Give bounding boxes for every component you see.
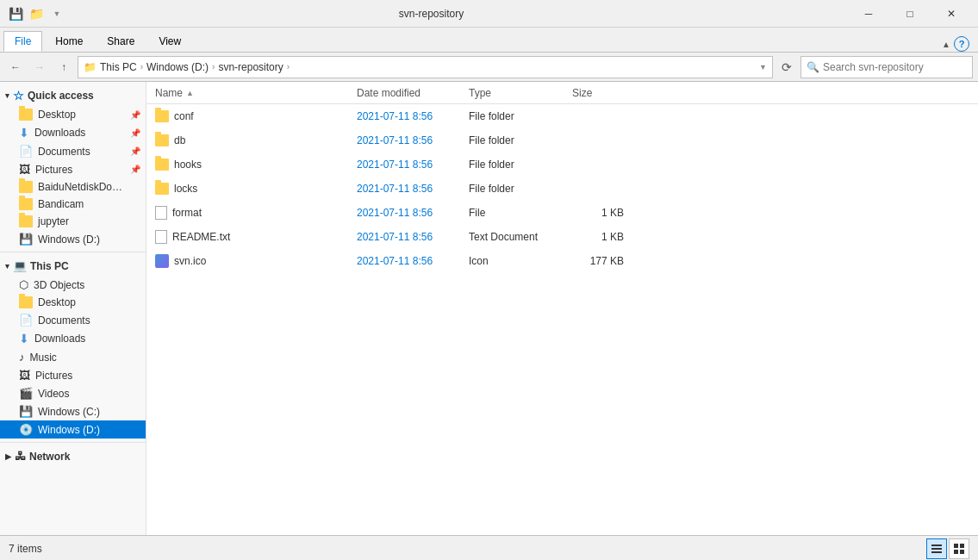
sidebar-label-jupyter: jupyter bbox=[38, 215, 69, 227]
file-type-readme: Text Document bbox=[469, 231, 572, 243]
file-name-readme: README.txt bbox=[150, 230, 357, 244]
sidebar-item-desktop-pc[interactable]: Desktop bbox=[0, 294, 146, 311]
file-row[interactable]: conf 2021-07-11 8:56 File folder bbox=[146, 104, 978, 128]
breadcrumb-sep-2: › bbox=[212, 62, 215, 72]
view-details-button[interactable] bbox=[926, 538, 947, 559]
network-header[interactable]: ▶ 🖧 Network bbox=[0, 446, 146, 466]
network-label: Network bbox=[29, 451, 70, 463]
maximize-button[interactable]: □ bbox=[890, 0, 930, 28]
file-list: conf 2021-07-11 8:56 File folder db 2021… bbox=[146, 104, 978, 535]
refresh-button[interactable]: ⟳ bbox=[776, 57, 797, 78]
sidebar-item-baidu[interactable]: BaiduNetdiskDownl... bbox=[0, 178, 146, 196]
network-icon: 🖧 bbox=[15, 450, 26, 463]
search-box[interactable]: 🔍 bbox=[800, 56, 973, 78]
file-name-locks: locks bbox=[150, 183, 357, 195]
ribbon-tab-bar: File Home Share View ▲ ? bbox=[0, 28, 978, 52]
3dobjects-icon: ⬡ bbox=[19, 278, 28, 291]
file-name-hooks: hooks bbox=[150, 159, 357, 171]
file-row[interactable]: svn.ico 2021-07-11 8:56 Icon 177 KB bbox=[146, 249, 978, 273]
drive-icon-windows-d-qa: 💾 bbox=[19, 233, 33, 246]
sidebar-item-pictures-qa[interactable]: 🖼 Pictures 📌 bbox=[0, 160, 146, 178]
sidebar-item-windows-d[interactable]: 💿 Windows (D:) bbox=[0, 420, 146, 439]
tab-file[interactable]: File bbox=[3, 31, 42, 52]
sidebar-item-documents-qa[interactable]: 📄 Documents 📌 bbox=[0, 142, 146, 160]
sidebar-item-jupyter[interactable]: jupyter bbox=[0, 213, 146, 230]
forward-button[interactable]: → bbox=[29, 57, 50, 78]
tab-home[interactable]: Home bbox=[44, 31, 94, 52]
search-icon: 🔍 bbox=[807, 61, 819, 73]
tab-share[interactable]: Share bbox=[96, 31, 146, 52]
file-date-locks: 2021-07-11 8:56 bbox=[357, 183, 469, 195]
sidebar-label-pictures-qa: Pictures bbox=[35, 164, 72, 176]
pictures-icon-pc: 🖼 bbox=[19, 369, 30, 382]
tab-view[interactable]: View bbox=[147, 31, 192, 52]
col-header-type[interactable]: Type bbox=[469, 87, 572, 99]
search-input[interactable] bbox=[823, 61, 967, 73]
sidebar-divider-2 bbox=[0, 442, 146, 443]
col-header-size[interactable]: Size bbox=[572, 87, 641, 99]
breadcrumb-sep-1: › bbox=[140, 62, 143, 72]
svg-rect-0 bbox=[931, 544, 942, 546]
breadcrumb-thispc[interactable]: This PC bbox=[100, 61, 137, 73]
ribbon-collapse-icon[interactable]: ▲ bbox=[942, 40, 950, 49]
sidebar-item-desktop-qa[interactable]: Desktop 📌 bbox=[0, 106, 146, 123]
sidebar-label-downloads-pc: Downloads bbox=[34, 333, 85, 345]
up-button[interactable]: ↑ bbox=[53, 57, 74, 78]
col-header-date[interactable]: Date modified bbox=[357, 87, 469, 99]
file-label-readme: README.txt bbox=[172, 231, 230, 243]
sidebar-item-documents-pc[interactable]: 📄 Documents bbox=[0, 311, 146, 329]
quick-access-header[interactable]: ▾ ☆ Quick access bbox=[0, 85, 146, 106]
close-button[interactable]: ✕ bbox=[931, 0, 971, 28]
file-row[interactable]: format 2021-07-11 8:56 File 1 KB bbox=[146, 201, 978, 225]
sidebar-label-bandicam: Bandicam bbox=[38, 198, 84, 210]
ribbon: File Home Share View ▲ ? bbox=[0, 28, 978, 53]
sidebar-item-pictures-pc[interactable]: 🖼 Pictures bbox=[0, 366, 146, 384]
sidebar-label-documents-qa: Documents bbox=[38, 146, 90, 158]
folder-icon-db bbox=[155, 134, 169, 146]
file-size-svnico: 177 KB bbox=[572, 255, 641, 267]
sidebar-label-windows-d-qa: Windows (D:) bbox=[38, 233, 100, 246]
help-icon[interactable]: ? bbox=[954, 36, 969, 52]
col-header-name[interactable]: Name ▲ bbox=[150, 87, 357, 99]
thispc-icon: 💻 bbox=[13, 259, 27, 272]
sidebar-item-3dobjects[interactable]: ⬡ 3D Objects bbox=[0, 276, 146, 294]
file-size-format: 1 KB bbox=[572, 207, 641, 219]
view-tiles-button[interactable] bbox=[949, 538, 969, 559]
sidebar-label-desktop-pc: Desktop bbox=[38, 296, 76, 308]
breadcrumb-svn-repo[interactable]: svn-repository bbox=[218, 61, 283, 73]
folder-icon-baidu bbox=[19, 181, 33, 193]
back-button[interactable]: ← bbox=[5, 57, 26, 78]
addressbar: ← → ↑ 📁 This PC › Windows (D:) › svn-rep… bbox=[0, 53, 978, 82]
file-row[interactable]: README.txt 2021-07-11 8:56 Text Document… bbox=[146, 225, 978, 249]
folder-icon-bandicam bbox=[19, 198, 33, 210]
sidebar-item-windows-d-qa[interactable]: 💾 Windows (D:) bbox=[0, 230, 146, 248]
file-label-hooks: hooks bbox=[174, 159, 202, 171]
file-row[interactable]: db 2021-07-11 8:56 File folder bbox=[146, 128, 978, 152]
sidebar-item-windows-c[interactable]: 💾 Windows (C:) bbox=[0, 402, 146, 420]
minimize-button[interactable]: ─ bbox=[849, 0, 888, 28]
titlebar: 💾 📁 ▼ svn-repository ─ □ ✕ bbox=[0, 0, 978, 28]
address-path[interactable]: 📁 This PC › Windows (D:) › svn-repositor… bbox=[78, 56, 773, 78]
file-row[interactable]: locks 2021-07-11 8:56 File folder bbox=[146, 177, 978, 201]
sidebar-item-bandicam[interactable]: Bandicam bbox=[0, 196, 146, 213]
pin-icon-downloads: 📌 bbox=[130, 128, 140, 138]
breadcrumb-home-icon: 📁 bbox=[84, 61, 97, 73]
sidebar-item-music[interactable]: ♪ Music bbox=[0, 348, 146, 366]
videos-icon: 🎬 bbox=[19, 387, 33, 400]
file-row[interactable]: hooks 2021-07-11 8:56 File folder bbox=[146, 152, 978, 177]
svg-rect-6 bbox=[960, 550, 964, 554]
tiles-view-icon bbox=[953, 543, 965, 555]
path-dropdown-icon[interactable]: ▼ bbox=[759, 63, 767, 72]
col-date-label: Date modified bbox=[357, 87, 420, 99]
network-arrow: ▶ bbox=[5, 452, 11, 461]
sidebar-label-downloads-qa: Downloads bbox=[34, 127, 85, 139]
file-icon-readme bbox=[155, 230, 167, 244]
sidebar-item-videos[interactable]: 🎬 Videos bbox=[0, 384, 146, 402]
folder-icon-hooks bbox=[155, 159, 169, 171]
view-toggle bbox=[926, 538, 969, 559]
thispc-header[interactable]: ▾ 💻 This PC bbox=[0, 256, 146, 276]
breadcrumb-windows-d[interactable]: Windows (D:) bbox=[146, 61, 209, 73]
sidebar-item-downloads-qa[interactable]: ⬇ Downloads 📌 bbox=[0, 123, 146, 142]
window-title: svn-repository bbox=[14, 8, 849, 20]
sidebar-item-downloads-pc[interactable]: ⬇ Downloads bbox=[0, 329, 146, 348]
